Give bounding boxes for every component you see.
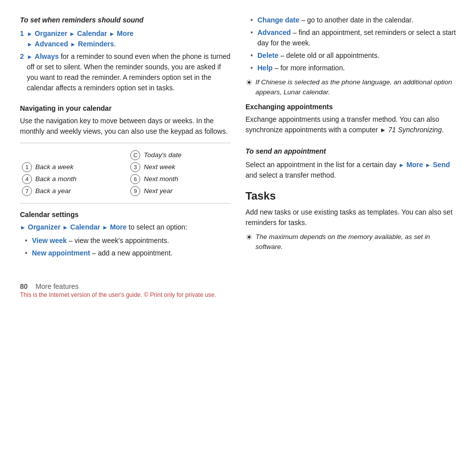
nav-cell-6: 6 Next month xyxy=(128,173,231,185)
cal-bullet-view-week: View week – view the week's appointments… xyxy=(25,236,231,246)
page-number: 80 xyxy=(20,282,28,290)
footer-line: 80 More features xyxy=(20,282,456,290)
label-next-week: Next week xyxy=(144,163,175,171)
label-todays-date: Today's date xyxy=(144,151,182,159)
nav-cell-1: 1 Back a week xyxy=(20,161,128,173)
label-next-year: Next year xyxy=(144,187,173,195)
organizer-label: Organizer xyxy=(35,29,67,37)
calendar-label: Calendar xyxy=(77,29,107,37)
tip-box-1: ☀ If Chinese is selected as the phone la… xyxy=(245,77,456,98)
step-1-num: 1 xyxy=(20,28,24,49)
page-label: More features xyxy=(29,282,78,290)
left-column: To set when reminders should sound 1 ► O… xyxy=(20,15,231,262)
send-appt-title: To send an appointment xyxy=(245,146,456,157)
step-1-text: ► Organizer ► Calendar ► More ► Advanced… xyxy=(27,28,134,49)
help-label: Help xyxy=(257,64,272,72)
key-c: C xyxy=(130,150,140,160)
more-label-2: More xyxy=(110,223,126,231)
right-bullet-list: Change date – go to another date in the … xyxy=(245,15,456,73)
step-2-text: ► Always for a reminder to sound even wh… xyxy=(27,51,231,93)
nav-cell-4: 4 Back a month xyxy=(20,173,128,185)
change-date-text: – go to another date in the calendar. xyxy=(301,16,413,24)
advanced-label: Advanced xyxy=(35,40,68,48)
bullet-change-date: Change date – go to another date in the … xyxy=(250,15,456,25)
calendar-label-2: Calendar xyxy=(70,223,100,231)
cal-settings-title: Calendar settings xyxy=(20,210,231,220)
key-3: 3 xyxy=(130,162,140,172)
more-send-label: More xyxy=(406,161,423,169)
arrow-send: ► xyxy=(425,161,431,170)
step-2-num: 2 xyxy=(20,51,24,93)
arrow-reminders: ► xyxy=(70,40,76,49)
sync-arrow-icon: ► xyxy=(380,125,386,135)
arrow-cal2: ► xyxy=(62,223,68,232)
divider-1 xyxy=(20,143,231,143)
advanced-label-right: Advanced xyxy=(257,28,291,36)
cal-to-select: to select an option: xyxy=(129,223,188,231)
key-4: 4 xyxy=(22,174,32,184)
new-appt-text: – add a new appointment. xyxy=(92,249,173,257)
view-week-label: View week xyxy=(32,237,67,244)
send-label: Send xyxy=(433,161,450,169)
tip-text-1: If Chinese is selected as the phone lang… xyxy=(255,77,456,98)
view-week-text: – view the week's appointments. xyxy=(69,237,169,244)
tasks-heading: Tasks xyxy=(245,188,456,204)
bullet-help: Help – for more information. xyxy=(250,63,456,73)
more-label: More xyxy=(117,29,133,37)
nav-desc: Use the navigation key to move between d… xyxy=(20,116,231,137)
tip-icon-1: ☀ xyxy=(245,77,252,98)
page-footer: 80 More features This is the Internet ve… xyxy=(20,277,456,298)
arrow-advanced: ► xyxy=(27,40,33,49)
nav-cell-c: C Today's date xyxy=(128,149,231,161)
send-desc-1: Select an appointment in the list for a … xyxy=(245,161,399,169)
nav-row-0: C Today's date xyxy=(20,149,231,161)
right-column: Change date – go to another date in the … xyxy=(245,15,456,262)
label-back-week: Back a week xyxy=(35,163,74,171)
bullet-advanced: Advanced – find an appointment, set remi… xyxy=(250,27,456,48)
divider-2 xyxy=(20,203,231,204)
nav-cell-7: 7 Back a year xyxy=(20,185,128,197)
reminder-section-title: To set when reminders should sound xyxy=(20,15,231,25)
arrow-org2: ► xyxy=(20,223,26,232)
send-desc-2: and select a transfer method. xyxy=(245,171,336,179)
delete-label: Delete xyxy=(257,51,278,59)
cal-bullet-list: View week – view the week's appointments… xyxy=(20,236,231,258)
nav-key-table: C Today's date 1 Back a week 3 Next week… xyxy=(20,149,231,197)
arrow-more-send: ► xyxy=(399,161,405,170)
nav-row-1: 1 Back a week 3 Next week xyxy=(20,161,231,173)
tip-icon-2: ☀ xyxy=(245,232,252,252)
key-6: 6 xyxy=(130,174,140,184)
delete-text: – delete old or all appointments. xyxy=(280,51,379,59)
arrow-calendar: ► xyxy=(69,29,75,38)
exchange-desc: Exchange appointments using a transfer m… xyxy=(245,114,456,135)
always-label: Always xyxy=(35,52,59,60)
footer-legal: This is the Internet version of the user… xyxy=(20,291,456,298)
nav-row-2: 4 Back a month 6 Next month xyxy=(20,173,231,185)
nav-row-3: 7 Back a year 9 Next year xyxy=(20,185,231,197)
reminders-label: Reminders xyxy=(78,40,114,48)
key-9: 9 xyxy=(130,186,140,196)
arrow-more: ► xyxy=(109,29,115,38)
label-back-year: Back a year xyxy=(35,187,71,195)
change-date-label: Change date xyxy=(257,16,299,24)
nav-title: Navigating in your calendar xyxy=(20,103,231,114)
exchange-ref: 71 Synchronizing. xyxy=(388,126,444,134)
tasks-desc: Add new tasks or use existing tasks as t… xyxy=(245,207,456,228)
exchange-title: Exchanging appointments xyxy=(245,102,456,112)
bullet-delete: Delete – delete old or all appointments. xyxy=(250,50,456,61)
tip-box-2: ☀ The maximum depends on the memory avai… xyxy=(245,232,456,252)
nav-cell-c-empty xyxy=(20,149,128,161)
cal-settings-nav: ► Organizer ► Calendar ► More to select … xyxy=(20,222,231,233)
step-2: 2 ► Always for a reminder to sound even … xyxy=(20,51,231,93)
arrow-organizer: ► xyxy=(27,29,33,38)
step-1: 1 ► Organizer ► Calendar ► More ► Advanc… xyxy=(20,28,231,49)
organizer-label-2: Organizer xyxy=(28,223,60,231)
key-1: 1 xyxy=(22,162,32,172)
label-back-month: Back a month xyxy=(35,175,77,183)
send-appt-desc: Select an appointment in the list for a … xyxy=(245,160,456,181)
nav-cell-3: 3 Next week xyxy=(128,161,231,173)
nav-cell-9: 9 Next year xyxy=(128,185,231,197)
arrow-always: ► xyxy=(27,52,33,61)
tip-text-2: The maximum depends on the memory availa… xyxy=(255,232,456,252)
help-text: – for more information. xyxy=(274,64,345,72)
